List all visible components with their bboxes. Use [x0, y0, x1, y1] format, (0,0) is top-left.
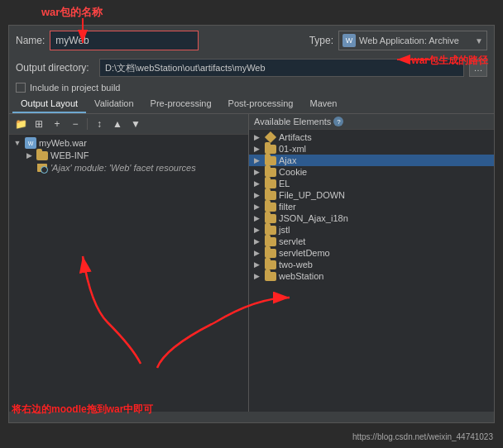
type-text: Web Application: Archive	[359, 36, 472, 45]
name-input[interactable]	[50, 31, 199, 50]
av-item-ajax[interactable]: ▶ Ajax	[249, 155, 494, 166]
folder-icon	[265, 203, 276, 212]
webinf-label: WEB-INF	[50, 150, 89, 160]
expand-icon	[24, 163, 34, 173]
toolbar-remove-btn[interactable]: −	[67, 116, 84, 132]
name-row: Name: Type: W Web Application: Archive ▼	[9, 26, 494, 55]
web-resource-icon	[36, 162, 48, 174]
help-icon[interactable]: ?	[333, 117, 343, 126]
toolbar-sort-btn[interactable]: ↕	[91, 116, 108, 132]
tabs-row: Output Layout Validation Pre-processing …	[9, 95, 494, 114]
two-web-label: two-web	[279, 260, 313, 269]
expand-arrow: ▶	[254, 226, 262, 234]
available-tree: ▶ Artifacts ▶ 01-xml ▶ Ajax	[249, 130, 494, 412]
av-item-artifacts[interactable]: ▶ Artifacts	[249, 131, 494, 143]
expand-arrow: ▶	[254, 133, 262, 141]
folder-icon	[265, 237, 276, 246]
tab-maven[interactable]: Maven	[301, 95, 345, 113]
annotation-drag-instruction: 将右边的moodle拖到war中即可	[12, 403, 153, 417]
include-checkbox[interactable]	[16, 83, 26, 93]
chevron-down-icon: ▼	[475, 36, 483, 45]
expand-arrow: ▶	[254, 237, 262, 245]
servlet-demo-label: servletDemo	[279, 248, 330, 258]
blog-link: https://blog.csdn.net/weixin_44741023	[352, 432, 493, 441]
tree-item-war[interactable]: ▼ W myWeb.war	[9, 136, 248, 150]
expand-arrow: ▶	[254, 203, 262, 211]
json-ajax-label: JSON_Ajax_i18n	[279, 213, 348, 223]
expand-arrow: ▶	[254, 272, 262, 280]
toolbar-separator	[87, 118, 88, 130]
ajax-label: Ajax	[279, 155, 296, 165]
av-item-el[interactable]: ▶ EL	[249, 178, 494, 189]
tab-pre-processing[interactable]: Pre-processing	[142, 95, 220, 113]
01xml-label: 01-xml	[279, 144, 306, 154]
folder-icon	[265, 272, 276, 281]
servlet-label: servlet	[279, 236, 305, 246]
expand-arrow: ▶	[254, 214, 262, 222]
expand-arrow: ▶	[254, 168, 262, 176]
include-label: Include in project build	[30, 83, 120, 93]
war-label: myWeb.war	[39, 138, 87, 148]
ajax-facet-label: 'Ajax' module: 'Web' facet resources	[50, 163, 196, 173]
type-icon: W	[343, 34, 356, 47]
folder-icon	[265, 214, 276, 223]
av-item-web-station[interactable]: ▶ webStation	[249, 270, 494, 282]
av-item-json-ajax[interactable]: ▶ JSON_Ajax_i18n	[249, 212, 494, 224]
expand-arrow: ▶	[254, 191, 262, 199]
av-item-servlet[interactable]: ▶ servlet	[249, 236, 494, 247]
available-header: Available Elements ?	[249, 114, 494, 130]
annotation-war-name: war包的名称	[41, 5, 103, 20]
toolbar-add-btn[interactable]: +	[49, 116, 65, 132]
output-dir-label: Output directory:	[16, 62, 94, 74]
expand-icon: ▼	[12, 138, 22, 148]
type-label: Type:	[309, 35, 333, 46]
diamond-icon	[265, 131, 276, 143]
content-area: 📁 ⊞ + − ↕ ▲ ▼ ▼ W myWeb.war ▶	[9, 114, 494, 412]
folder-icon	[265, 179, 276, 188]
toolbar-pages-btn[interactable]: ⊞	[31, 116, 47, 132]
right-panel: Available Elements ? ▶ Artifacts ▶ 01-xm…	[249, 114, 494, 412]
main-panel: Name: Type: W Web Application: Archive ▼…	[8, 25, 495, 423]
tree-item-ajax-facet[interactable]: 'Ajax' module: 'Web' facet resources	[9, 161, 248, 174]
name-label: Name:	[16, 35, 45, 46]
file-up-down-label: File_UP_DOWN	[279, 190, 345, 200]
folder-icon	[265, 260, 276, 269]
folder-icon	[265, 249, 276, 258]
toolbar-row: 📁 ⊞ + − ↕ ▲ ▼	[9, 114, 248, 135]
cookie-label: Cookie	[279, 167, 307, 177]
folder-icon	[265, 191, 276, 200]
av-item-servlet-demo[interactable]: ▶ servletDemo	[249, 247, 494, 259]
av-item-two-web[interactable]: ▶ two-web	[249, 259, 494, 270]
left-tree: ▼ W myWeb.war ▶ WEB-INF '	[9, 135, 248, 412]
el-label: EL	[279, 179, 290, 188]
output-dir-input[interactable]	[99, 59, 464, 77]
av-item-jstl[interactable]: ▶ jstl	[249, 224, 494, 236]
toolbar-up-btn[interactable]: ▲	[109, 116, 126, 132]
av-item-file-up-down[interactable]: ▶ File_UP_DOWN	[249, 189, 494, 201]
folder-icon	[265, 226, 276, 235]
expand-arrow: ▶	[254, 179, 262, 188]
av-item-cookie[interactable]: ▶ Cookie	[249, 166, 494, 178]
war-icon: W	[25, 137, 36, 149]
include-row: Include in project build	[9, 80, 494, 95]
tree-item-webinf[interactable]: ▶ WEB-INF	[9, 150, 248, 161]
av-item-01xml[interactable]: ▶ 01-xml	[249, 143, 494, 155]
av-item-filter[interactable]: ▶ filter	[249, 201, 494, 212]
folder-icon	[265, 156, 276, 165]
available-label: Available Elements	[254, 117, 331, 126]
expand-arrow: ▶	[254, 156, 262, 164]
filter-label: filter	[279, 202, 296, 212]
annotation-output-path: war包生成的路径	[411, 54, 488, 68]
toolbar-down-btn[interactable]: ▼	[127, 116, 144, 132]
left-panel: 📁 ⊞ + − ↕ ▲ ▼ ▼ W myWeb.war ▶	[9, 114, 249, 412]
tab-post-processing[interactable]: Post-processing	[220, 95, 302, 113]
type-select[interactable]: W Web Application: Archive ▼	[338, 31, 487, 50]
toolbar-folder-btn[interactable]: 📁	[12, 116, 29, 132]
tab-output-layout[interactable]: Output Layout	[12, 95, 86, 113]
jstl-label: jstl	[279, 225, 290, 235]
expand-arrow: ▶	[254, 249, 262, 257]
expand-arrow: ▶	[254, 145, 262, 153]
folder-icon	[265, 168, 276, 177]
tab-validation[interactable]: Validation	[86, 95, 142, 113]
web-station-label: webStation	[279, 271, 323, 281]
